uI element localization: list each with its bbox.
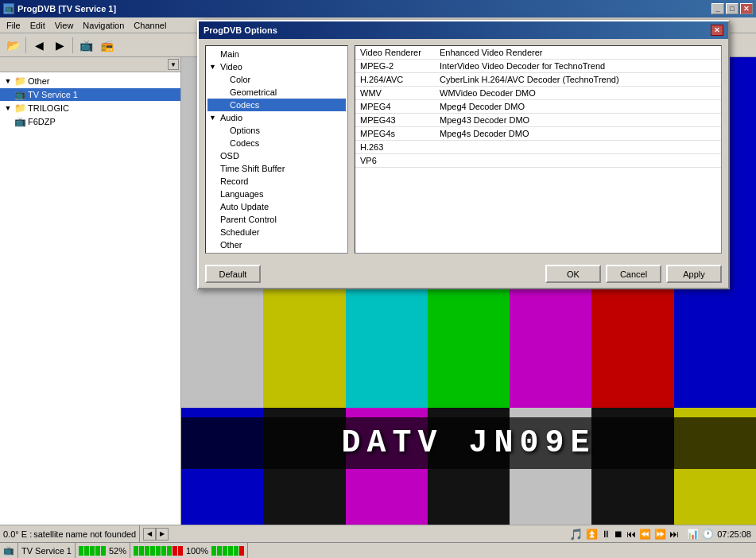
codec-value [435,154,721,168]
dlg-autoupdate-label: Auto Update [220,202,269,211]
cancel-button[interactable]: Cancel [606,265,661,283]
dlg-osd-label: OSD [220,151,239,161]
dlg-record-label: Record [220,176,248,186]
codec-key: MPEG4s [355,127,435,141]
dlg-tree-scheduler[interactable]: Scheduler [207,226,346,238]
codec-row[interactable]: MPEG43Mpeg43 Decoder DMO [355,114,721,127]
apply-button[interactable]: Apply [666,265,722,283]
dlg-scheduler-label: Scheduler [220,227,260,237]
dialog-close-button[interactable]: ✕ [711,25,723,36]
default-button[interactable]: Default [205,265,261,283]
dlg-codecs-audio-label: Codecs [230,138,259,148]
dialog-settings-tree[interactable]: Main ▼ Video Color Geometrical Codec [205,45,348,254]
dlg-timeshift-label: Time Shift Buffer [220,164,285,173]
dialog-title-bar: ProgDVB Options ✕ [199,21,728,39]
dlg-tree-options[interactable]: Options [207,124,346,137]
ok-button[interactable]: OK [545,265,601,283]
dlg-parentcontrol-label: Parent Control [220,215,277,224]
expand-audio: ▼ [209,114,220,122]
dlg-tree-timeshift[interactable]: Time Shift Buffer [207,162,346,175]
codecs-data-table: Video RendererEnhanced Video RendererMPE… [355,46,721,168]
codec-row[interactable]: H.263 [355,141,721,154]
codec-value: InterVideo Video Decoder for TechnoTrend [435,60,721,73]
dlg-audio-label: Audio [220,113,242,122]
dlg-tree-main[interactable]: Main [207,48,346,60]
codec-value: Mpeg43 Decoder DMO [435,114,721,127]
codec-row[interactable]: WMVWMVideo Decoder DMO [355,87,721,100]
codec-row[interactable]: VP6 [355,154,721,168]
codec-value: CyberLink H.264/AVC Decoder (TechnoTrend… [435,73,721,87]
dlg-tree-parentcontrol[interactable]: Parent Control [207,213,346,226]
codecs-table: Video RendererEnhanced Video RendererMPE… [355,45,722,254]
dlg-tree-color[interactable]: Color [207,73,346,86]
dlg-tree-record[interactable]: Record [207,175,346,188]
dlg-main-label: Main [220,49,239,59]
codec-value: Mpeg4s Decoder DMO [435,127,721,141]
codec-key: WMV [355,87,435,100]
dlg-tree-autoupdate[interactable]: Auto Update [207,200,346,213]
codec-row[interactable]: H.264/AVCCyberLink H.264/AVC Decoder (Te… [355,73,721,87]
dlg-tree-osd[interactable]: OSD [207,149,346,162]
dlg-codecs-video-label: Codecs [230,100,259,110]
dlg-tree-video[interactable]: ▼ Video [207,60,346,73]
dlg-languages-label: Languages [220,189,263,199]
dlg-color-label: Color [230,75,250,84]
options-dialog: ProgDVB Options ✕ Main ▼ Video Color [197,20,730,289]
dialog-content-right: Video RendererEnhanced Video RendererMPE… [355,45,722,254]
codec-row[interactable]: MPEG-2InterVideo Video Decoder for Techn… [355,60,721,73]
codec-key: Video Renderer [355,46,435,60]
dlg-tree-audio[interactable]: ▼ Audio [207,111,346,124]
codec-value: WMVideo Decoder DMO [435,87,721,100]
dlg-video-label: Video [220,62,242,72]
dlg-geometrical-label: Geometrical [230,87,277,97]
codec-key: MPEG43 [355,114,435,127]
codec-key: H.264/AVC [355,73,435,87]
dlg-other-label: Other [220,240,242,250]
codec-key: H.263 [355,141,435,154]
dialog-overlay: ProgDVB Options ✕ Main ▼ Video Color [0,0,756,558]
codec-value [435,141,721,154]
codec-row[interactable]: Video RendererEnhanced Video Renderer [355,46,721,60]
dlg-options-label: Options [230,126,260,135]
expand-video: ▼ [209,63,220,71]
dlg-tree-languages[interactable]: Languages [207,188,346,200]
dialog-body: Main ▼ Video Color Geometrical Codec [199,39,728,260]
codec-value: Enhanced Video Renderer [435,46,721,60]
codec-key: MPEG-2 [355,60,435,73]
codec-row[interactable]: MPEG4sMpeg4s Decoder DMO [355,127,721,141]
codec-value: Mpeg4 Decoder DMO [435,100,721,114]
dlg-tree-codecs-video[interactable]: Codecs [207,99,346,111]
codec-key: VP6 [355,154,435,168]
codec-key: MPEG4 [355,100,435,114]
dialog-title-text: ProgDVB Options [204,25,277,35]
dlg-tree-other[interactable]: Other [207,238,346,251]
dlg-tree-geometrical[interactable]: Geometrical [207,86,346,99]
dialog-buttons: Default OK Cancel Apply [199,260,728,288]
dlg-tree-codecs-audio[interactable]: Codecs [207,137,346,149]
codec-row[interactable]: MPEG4Mpeg4 Decoder DMO [355,100,721,114]
